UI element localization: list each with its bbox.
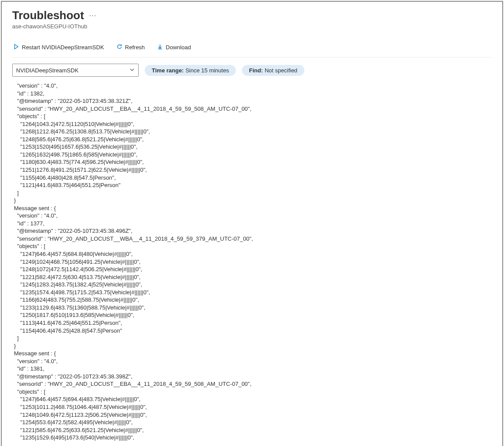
download-icon <box>157 44 163 51</box>
chevron-down-icon <box>129 67 135 74</box>
refresh-label: Refresh <box>125 44 145 51</box>
log-output[interactable]: "version" : "4.0", "id" : 1382, "@timest… <box>12 82 492 442</box>
module-select[interactable]: NVIDIADeepStreamSDK <box>12 64 139 77</box>
time-range-pill[interactable]: Time range: Since 15 minutes <box>145 65 236 76</box>
header-row: Troubleshoot ··· <box>12 9 492 22</box>
module-select-value: NVIDIADeepStreamSDK <box>16 67 78 74</box>
time-range-label: Time range: <box>152 67 184 74</box>
refresh-icon <box>116 44 123 51</box>
troubleshoot-panel: Troubleshoot ··· ase-chawonASEGPU-IOThub… <box>1 1 503 446</box>
play-icon <box>13 44 19 51</box>
refresh-button[interactable]: Refresh <box>116 42 146 53</box>
find-pill[interactable]: Find: Not specified <box>242 65 304 76</box>
restart-label: Restart NVIDIADeepStreamSDK <box>22 44 104 51</box>
more-icon[interactable]: ··· <box>89 12 96 20</box>
find-value: Not specified <box>265 67 297 74</box>
resource-subtitle: ase-chawonASEGPU-IOThub <box>12 23 492 30</box>
restart-button[interactable]: Restart NVIDIADeepStreamSDK <box>12 42 105 53</box>
page-title: Troubleshoot <box>12 9 84 22</box>
filter-row: NVIDIADeepStreamSDK Time range: Since 15… <box>12 64 492 77</box>
find-label: Find: <box>249 67 263 74</box>
command-bar: Restart NVIDIADeepStreamSDK Refresh Down… <box>12 42 492 58</box>
svg-marker-0 <box>15 44 18 49</box>
time-range-value: Since 15 minutes <box>185 67 229 74</box>
download-button[interactable]: Download <box>156 42 192 53</box>
download-label: Download <box>166 44 191 51</box>
